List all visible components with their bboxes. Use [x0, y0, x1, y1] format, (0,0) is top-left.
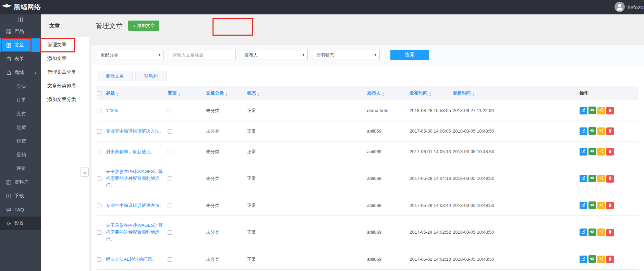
share-button[interactable] [597, 175, 605, 182]
edit-button[interactable] [580, 256, 587, 263]
submenu-collapse-handle[interactable] [81, 168, 89, 177]
delete-button[interactable] [606, 229, 614, 236]
edit-button[interactable] [580, 229, 587, 236]
preview-button[interactable] [588, 175, 596, 182]
sort-icon[interactable] [226, 93, 228, 96]
sidebar-item-forms[interactable]: 表单 [0, 52, 41, 66]
article-title-link[interactable]: 12345 [106, 107, 118, 114]
delete-articles-button[interactable]: 删除文章 [97, 71, 133, 81]
share-button[interactable] [597, 107, 605, 114]
delete-button[interactable] [606, 148, 614, 156]
status-filter-select[interactable]: 所有状态 ▼ [313, 50, 380, 60]
top-checkbox[interactable] [168, 176, 172, 181]
article-title-input[interactable] [169, 50, 236, 60]
article-title-link[interactable]: 解决方法AE跳过的问题。 [106, 256, 156, 263]
top-checkbox[interactable] [168, 230, 172, 235]
preview-button[interactable] [588, 148, 596, 155]
submenu-item-article-category-sort[interactable]: 文章分类排序 [41, 79, 89, 93]
row-select-checkbox[interactable] [97, 230, 101, 235]
sidebar-item-orders[interactable]: 订单 [0, 93, 41, 107]
sidebar-item-download[interactable]: 下载 [0, 189, 41, 203]
submenu-item-add-article[interactable]: 添加文章 [41, 51, 89, 65]
sort-icon[interactable] [382, 93, 384, 96]
search-button[interactable]: 搜索 [390, 50, 429, 60]
sidebar-item-shop[interactable]: 商城▲ [0, 66, 41, 79]
publisher-filter-select[interactable]: 发布人 ▼ [241, 50, 308, 60]
sort-icon[interactable] [472, 93, 474, 96]
user-menu[interactable]: hefo20 [615, 2, 644, 13]
sidebar-item-members[interactable]: 会员 [0, 79, 41, 93]
preview-button[interactable] [588, 201, 596, 209]
top-checkbox[interactable] [168, 257, 172, 262]
publisher-value: anli069 [367, 203, 381, 208]
row-select-checkbox[interactable] [97, 257, 101, 262]
delete-button[interactable] [606, 256, 614, 263]
column-header[interactable]: 状态 [247, 86, 367, 100]
sidebar-item-faq[interactable]: FAQ [0, 203, 41, 217]
sidebar-item-reviews[interactable]: 评价 [0, 162, 41, 175]
row-select-checkbox[interactable] [97, 109, 101, 113]
column-header[interactable]: 标题 [106, 86, 168, 100]
sidebar-item-payment[interactable]: 支付 [0, 107, 41, 121]
delete-button[interactable] [606, 107, 614, 114]
select-all-checkbox[interactable] [97, 91, 101, 96]
status-value: 正常 [247, 108, 256, 113]
sort-icon[interactable] [117, 93, 119, 96]
edit-button[interactable] [580, 148, 587, 156]
column-header[interactable]: 发布人 [367, 86, 410, 100]
preview-button[interactable] [588, 107, 596, 114]
preview-button[interactable] [588, 127, 596, 135]
submenu-item-manage-articles[interactable]: 管理文章 [41, 38, 89, 51]
bulk-actions: 删除文章 移动到 [97, 71, 639, 81]
edit-button[interactable] [580, 175, 587, 182]
submenu-item-manage-article-categories[interactable]: 管理文章分类 [41, 65, 89, 79]
logo[interactable]: 黑蝠网络 [0, 3, 41, 12]
article-title-link[interactable]: 射击高帧率，最新使用。 [106, 148, 155, 155]
article-title-link[interactable]: 夹子录影在PR和VAGES计算机需要的这种配置顺利地运行。 [106, 222, 165, 243]
preview-button[interactable] [588, 229, 596, 236]
share-button[interactable] [597, 127, 605, 135]
share-button[interactable] [597, 202, 605, 209]
share-button[interactable] [597, 256, 605, 263]
article-title-link[interactable]: 专业空中编译错误解决方法。 [106, 128, 164, 135]
edit-button[interactable] [580, 202, 587, 209]
share-button[interactable] [597, 229, 605, 236]
row-select-checkbox[interactable] [97, 204, 101, 208]
move-to-button[interactable]: 移动到 [135, 71, 167, 81]
sidebar-item-shipping[interactable]: 运费 [0, 121, 41, 134]
preview-button[interactable] [588, 255, 596, 263]
submenu-item-add-article-category[interactable]: 添加文章分类 [41, 93, 89, 106]
row-select-checkbox[interactable] [97, 129, 101, 134]
column-header[interactable]: 发布时间 [410, 86, 453, 100]
sort-icon[interactable] [258, 93, 260, 96]
sidebar-collapse-toggle[interactable] [0, 14, 41, 25]
column-header[interactable]: 置顶 [168, 86, 206, 100]
column-header[interactable]: 文章分类 [206, 86, 247, 100]
top-checkbox[interactable] [168, 109, 172, 113]
delete-button[interactable] [606, 127, 614, 135]
sidebar-item-products[interactable]: 产品 [0, 25, 41, 38]
sidebar-item-articles[interactable]: 文章 [0, 38, 41, 52]
sidebar-item-tax[interactable]: 税费 [0, 134, 41, 148]
edit-button[interactable] [580, 127, 587, 135]
sidebar-item-library[interactable]: 资料库 [0, 175, 41, 189]
top-checkbox[interactable] [168, 150, 172, 154]
delete-button[interactable] [606, 175, 614, 183]
top-checkbox[interactable] [168, 129, 172, 134]
sidebar-item-settings[interactable]: 设置 [0, 217, 41, 230]
top-checkbox[interactable] [168, 204, 172, 208]
share-button[interactable] [597, 148, 605, 156]
sort-icon[interactable] [178, 93, 180, 96]
article-title-link[interactable]: 专业空中编译错误解决方法。 [106, 202, 164, 209]
category-filter-select[interactable]: 全部分类 ▼ [97, 50, 164, 60]
article-title-link[interactable]: 夹子录影在PR和VAGES计算机需要的这种配置顺利地运行。 [106, 168, 165, 189]
sort-icon[interactable] [429, 93, 431, 96]
add-article-button[interactable]: + 添加文章 [128, 21, 159, 31]
column-header[interactable]: 更新时间 [453, 86, 566, 100]
publisher-value: anli069 [367, 149, 381, 154]
edit-button[interactable] [580, 107, 587, 114]
delete-button[interactable] [606, 202, 614, 209]
row-select-checkbox[interactable] [97, 176, 101, 181]
sidebar-item-promotion[interactable]: 促销 [0, 148, 41, 162]
row-select-checkbox[interactable] [97, 150, 101, 154]
